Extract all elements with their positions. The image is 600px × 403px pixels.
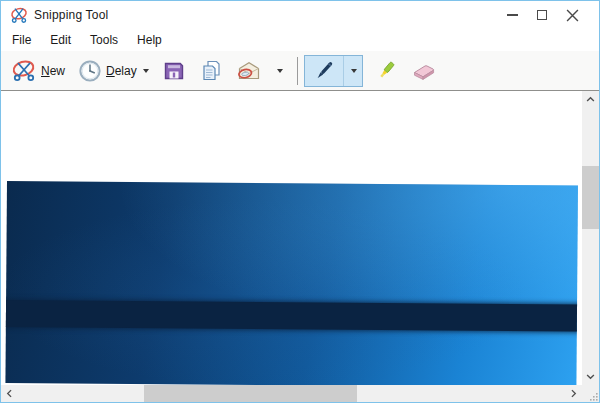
- send-dropdown-button[interactable]: [270, 65, 288, 77]
- snip-image-highlight: [5, 181, 578, 387]
- close-icon: [566, 9, 579, 22]
- vertical-scrollbar[interactable]: [582, 91, 599, 385]
- send-snip-group: [231, 55, 288, 87]
- resize-grip[interactable]: [582, 385, 599, 402]
- send-dropdown-arrow-icon: [277, 69, 283, 73]
- copy-button[interactable]: [194, 55, 228, 87]
- menu-help[interactable]: Help: [129, 30, 170, 50]
- chevron-right-icon: [569, 389, 578, 398]
- chevron-left-icon: [5, 389, 14, 398]
- maximize-button[interactable]: [527, 2, 557, 28]
- highlighter-button[interactable]: [369, 55, 403, 87]
- save-floppy-icon: [162, 59, 186, 83]
- new-button-label: New: [41, 64, 65, 78]
- delay-button[interactable]: Delay: [73, 55, 154, 87]
- menu-file[interactable]: File: [4, 30, 39, 50]
- minimize-button[interactable]: [497, 2, 527, 28]
- close-button[interactable]: [557, 2, 587, 28]
- pen-button: [304, 55, 363, 87]
- scroll-right-button[interactable]: [565, 385, 582, 402]
- horizontal-scroll-thumb[interactable]: [144, 385, 357, 402]
- pen-icon: [311, 58, 337, 84]
- send-email-icon: [236, 59, 262, 83]
- menubar: File Edit Tools Help: [1, 29, 599, 51]
- scissors-icon: [11, 59, 37, 83]
- maximize-icon: [537, 10, 547, 20]
- window-title: Snipping Tool: [34, 8, 108, 22]
- save-button[interactable]: [157, 55, 191, 87]
- pen-dropdown-button[interactable]: [343, 56, 362, 86]
- minimize-icon: [507, 14, 518, 16]
- menu-tools[interactable]: Tools: [82, 30, 126, 50]
- pen-dropdown-arrow-icon: [351, 69, 357, 73]
- chevron-up-icon: [586, 95, 595, 104]
- scroll-up-button[interactable]: [582, 91, 599, 108]
- highlighter-icon: [374, 59, 398, 83]
- snip-image-dark-band: [5, 300, 578, 332]
- delay-dropdown-arrow-icon: [143, 69, 149, 73]
- scroll-down-button[interactable]: [582, 368, 599, 385]
- eraser-icon: [411, 60, 437, 82]
- titlebar[interactable]: Snipping Tool: [1, 1, 599, 29]
- chevron-down-icon: [586, 372, 595, 381]
- delay-button-label: Delay: [106, 64, 137, 78]
- toolbar-separator: [297, 57, 298, 85]
- snipping-tool-window: Snipping Tool File Edit Tools Help: [0, 0, 600, 403]
- eraser-button[interactable]: [406, 55, 442, 87]
- menu-edit[interactable]: Edit: [42, 30, 79, 50]
- canvas-area: [1, 91, 599, 402]
- copy-icon: [199, 59, 223, 83]
- captured-snip-image[interactable]: [5, 181, 578, 387]
- vertical-scroll-thumb[interactable]: [582, 166, 599, 229]
- toolbar: New Delay: [1, 51, 599, 91]
- snipping-tool-scissors-icon: [10, 6, 28, 24]
- pen-button-main[interactable]: [305, 56, 343, 86]
- caption-controls: [497, 2, 599, 28]
- horizontal-scrollbar[interactable]: [1, 385, 582, 402]
- new-snip-button[interactable]: New: [6, 55, 70, 87]
- clock-icon: [78, 59, 102, 83]
- send-snip-button[interactable]: [231, 55, 267, 87]
- scroll-left-button[interactable]: [1, 385, 18, 402]
- resize-grip-icon: [587, 390, 599, 402]
